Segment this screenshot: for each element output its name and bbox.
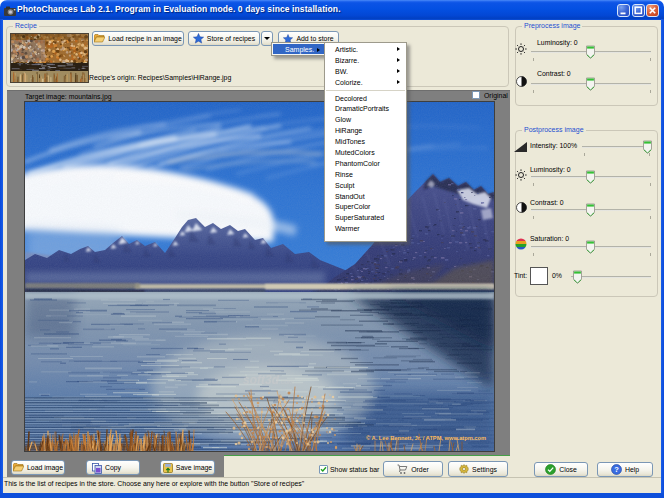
svg-text:?: ?: [614, 465, 619, 474]
